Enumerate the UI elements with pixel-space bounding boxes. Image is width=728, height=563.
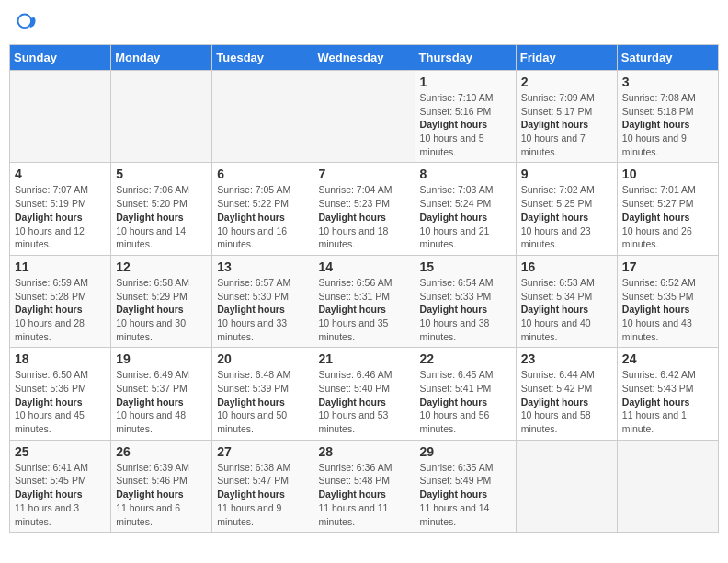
calendar-cell (10, 71, 111, 163)
calendar-week-1: 1Sunrise: 7:10 AMSunset: 5:16 PMDaylight… (10, 71, 719, 163)
sun-info: Sunrise: 6:35 AMSunset: 5:49 PMDaylight … (420, 461, 511, 528)
day-number: 15 (420, 259, 511, 274)
calendar-cell: 17Sunrise: 6:52 AMSunset: 5:35 PMDayligh… (617, 255, 718, 347)
calendar-week-4: 18Sunrise: 6:50 AMSunset: 5:36 PMDayligh… (10, 348, 719, 440)
day-number: 14 (318, 259, 409, 274)
day-number: 6 (217, 167, 308, 181)
calendar-cell: 27Sunrise: 6:38 AMSunset: 5:47 PMDayligh… (212, 440, 313, 532)
day-number: 23 (521, 351, 612, 366)
sun-info: Sunrise: 6:36 AMSunset: 5:48 PMDaylight … (318, 461, 409, 528)
sun-info: Sunrise: 6:38 AMSunset: 5:47 PMDaylight … (217, 461, 308, 528)
day-number: 20 (217, 351, 308, 366)
calendar-cell (212, 71, 313, 163)
logo-icon (17, 13, 37, 33)
calendar-cell: 8Sunrise: 7:03 AMSunset: 5:24 PMDaylight… (415, 163, 516, 255)
day-number: 28 (318, 444, 409, 459)
calendar-week-3: 11Sunrise: 6:59 AMSunset: 5:28 PMDayligh… (10, 255, 719, 347)
calendar-cell: 2Sunrise: 7:09 AMSunset: 5:17 PMDaylight… (516, 71, 617, 163)
sun-info: Sunrise: 7:01 AMSunset: 5:27 PMDaylight … (622, 183, 713, 250)
day-number: 19 (116, 351, 207, 366)
calendar-table: SundayMondayTuesdayWednesdayThursdayFrid… (9, 44, 719, 533)
sun-info: Sunrise: 6:41 AMSunset: 5:45 PMDaylight … (15, 461, 106, 528)
calendar-cell: 14Sunrise: 6:56 AMSunset: 5:31 PMDayligh… (313, 255, 415, 347)
day-number: 13 (217, 259, 308, 274)
calendar-cell: 15Sunrise: 6:54 AMSunset: 5:33 PMDayligh… (415, 255, 516, 347)
svg-point-0 (17, 14, 31, 28)
day-number: 4 (15, 167, 106, 181)
calendar-cell (516, 440, 617, 532)
day-number: 1 (420, 75, 511, 89)
day-number: 21 (318, 351, 409, 366)
day-number: 11 (15, 259, 106, 274)
day-number: 10 (622, 167, 713, 181)
sun-info: Sunrise: 6:44 AMSunset: 5:42 PMDaylight … (521, 368, 612, 435)
calendar-cell: 24Sunrise: 6:42 AMSunset: 5:43 PMDayligh… (617, 348, 718, 440)
day-number: 2 (521, 75, 612, 89)
sun-info: Sunrise: 6:46 AMSunset: 5:40 PMDaylight … (318, 368, 409, 435)
day-number: 25 (15, 444, 106, 459)
calendar-cell: 7Sunrise: 7:04 AMSunset: 5:23 PMDaylight… (313, 163, 415, 255)
calendar-cell: 28Sunrise: 6:36 AMSunset: 5:48 PMDayligh… (313, 440, 415, 532)
header-wednesday: Wednesday (313, 45, 415, 71)
sun-info: Sunrise: 7:03 AMSunset: 5:24 PMDaylight … (420, 183, 511, 250)
calendar-cell: 19Sunrise: 6:49 AMSunset: 5:37 PMDayligh… (111, 348, 212, 440)
sun-info: Sunrise: 6:49 AMSunset: 5:37 PMDaylight … (116, 368, 207, 435)
day-number: 26 (116, 444, 207, 459)
calendar-cell: 25Sunrise: 6:41 AMSunset: 5:45 PMDayligh… (10, 440, 111, 532)
day-number: 29 (420, 444, 511, 459)
calendar-cell: 12Sunrise: 6:58 AMSunset: 5:29 PMDayligh… (111, 255, 212, 347)
day-number: 3 (622, 75, 713, 89)
day-number: 7 (318, 167, 409, 181)
sun-info: Sunrise: 7:07 AMSunset: 5:19 PMDaylight … (15, 183, 106, 250)
calendar-cell: 1Sunrise: 7:10 AMSunset: 5:16 PMDaylight… (415, 71, 516, 163)
day-number: 24 (622, 351, 713, 366)
logo (17, 13, 39, 33)
header-monday: Monday (111, 45, 212, 71)
header-sunday: Sunday (10, 45, 111, 71)
sun-info: Sunrise: 7:02 AMSunset: 5:25 PMDaylight … (521, 183, 612, 250)
calendar-cell: 23Sunrise: 6:44 AMSunset: 5:42 PMDayligh… (516, 348, 617, 440)
sun-info: Sunrise: 6:39 AMSunset: 5:46 PMDaylight … (116, 461, 207, 528)
day-number: 12 (116, 259, 207, 274)
sun-info: Sunrise: 6:52 AMSunset: 5:35 PMDaylight … (622, 276, 713, 343)
sun-info: Sunrise: 7:09 AMSunset: 5:17 PMDaylight … (521, 91, 612, 158)
calendar-cell: 21Sunrise: 6:46 AMSunset: 5:40 PMDayligh… (313, 348, 415, 440)
day-number: 27 (217, 444, 308, 459)
calendar-cell: 26Sunrise: 6:39 AMSunset: 5:46 PMDayligh… (111, 440, 212, 532)
sun-info: Sunrise: 7:10 AMSunset: 5:16 PMDaylight … (420, 91, 511, 158)
header-thursday: Thursday (415, 45, 516, 71)
sun-info: Sunrise: 6:53 AMSunset: 5:34 PMDaylight … (521, 276, 612, 343)
sun-info: Sunrise: 6:59 AMSunset: 5:28 PMDaylight … (15, 276, 106, 343)
day-number: 9 (521, 167, 612, 181)
calendar-cell (617, 440, 718, 532)
header-friday: Friday (516, 45, 617, 71)
calendar-cell: 20Sunrise: 6:48 AMSunset: 5:39 PMDayligh… (212, 348, 313, 440)
calendar-week-2: 4Sunrise: 7:07 AMSunset: 5:19 PMDaylight… (10, 163, 719, 255)
day-number: 22 (420, 351, 511, 366)
sun-info: Sunrise: 6:45 AMSunset: 5:41 PMDaylight … (420, 368, 511, 435)
header-saturday: Saturday (617, 45, 718, 71)
calendar-cell (313, 71, 415, 163)
calendar-cell: 22Sunrise: 6:45 AMSunset: 5:41 PMDayligh… (415, 348, 516, 440)
day-number: 5 (116, 167, 207, 181)
calendar-cell: 10Sunrise: 7:01 AMSunset: 5:27 PMDayligh… (617, 163, 718, 255)
day-number: 17 (622, 259, 713, 274)
calendar-cell: 4Sunrise: 7:07 AMSunset: 5:19 PMDaylight… (10, 163, 111, 255)
sun-info: Sunrise: 6:57 AMSunset: 5:30 PMDaylight … (217, 276, 308, 343)
calendar-header-row: SundayMondayTuesdayWednesdayThursdayFrid… (10, 45, 719, 71)
calendar-cell (111, 71, 212, 163)
calendar-cell: 16Sunrise: 6:53 AMSunset: 5:34 PMDayligh… (516, 255, 617, 347)
calendar-cell: 13Sunrise: 6:57 AMSunset: 5:30 PMDayligh… (212, 255, 313, 347)
calendar-cell: 6Sunrise: 7:05 AMSunset: 5:22 PMDaylight… (212, 163, 313, 255)
calendar-cell: 18Sunrise: 6:50 AMSunset: 5:36 PMDayligh… (10, 348, 111, 440)
sun-info: Sunrise: 6:48 AMSunset: 5:39 PMDaylight … (217, 368, 308, 435)
sun-info: Sunrise: 7:06 AMSunset: 5:20 PMDaylight … (116, 183, 207, 250)
sun-info: Sunrise: 6:54 AMSunset: 5:33 PMDaylight … (420, 276, 511, 343)
day-number: 18 (15, 351, 106, 366)
calendar-cell: 5Sunrise: 7:06 AMSunset: 5:20 PMDaylight… (111, 163, 212, 255)
sun-info: Sunrise: 6:58 AMSunset: 5:29 PMDaylight … (116, 276, 207, 343)
calendar-cell: 9Sunrise: 7:02 AMSunset: 5:25 PMDaylight… (516, 163, 617, 255)
day-number: 16 (521, 259, 612, 274)
sun-info: Sunrise: 6:50 AMSunset: 5:36 PMDaylight … (15, 368, 106, 435)
calendar-cell: 3Sunrise: 7:08 AMSunset: 5:18 PMDaylight… (617, 71, 718, 163)
